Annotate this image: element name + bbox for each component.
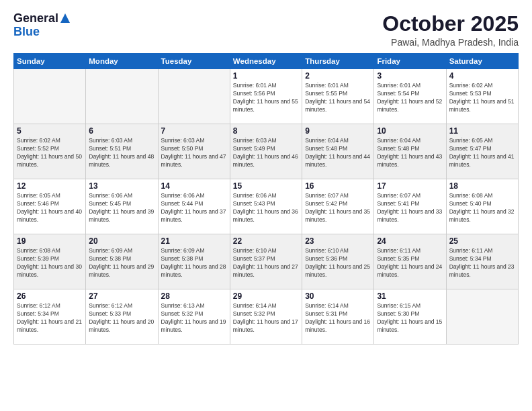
day-info: Sunrise: 6:12 AMSunset: 5:34 PMDaylight:… (17, 302, 83, 334)
day-info: Sunrise: 6:01 AMSunset: 5:55 PMDaylight:… (305, 82, 371, 114)
svg-marker-0 (60, 13, 70, 23)
day-info: Sunrise: 6:08 AMSunset: 5:39 PMDaylight:… (17, 247, 83, 279)
calendar-cell-33: 31Sunrise: 6:15 AMSunset: 5:30 PMDayligh… (374, 289, 446, 345)
calendar-cell-4: 2Sunrise: 6:01 AMSunset: 5:55 PMDaylight… (302, 69, 374, 124)
day-number: 2 (305, 71, 371, 81)
day-info: Sunrise: 6:05 AMSunset: 5:46 PMDaylight:… (17, 192, 83, 224)
day-number: 27 (89, 291, 154, 301)
calendar-cell-26: 24Sunrise: 6:11 AMSunset: 5:35 PMDayligh… (374, 234, 446, 289)
day-number: 18 (449, 181, 515, 191)
logo-general-text: General (13, 12, 58, 26)
day-number: 1 (233, 71, 299, 81)
header-wednesday: Wednesday (230, 54, 302, 69)
day-number: 9 (305, 126, 371, 136)
day-info: Sunrise: 6:12 AMSunset: 5:33 PMDaylight:… (89, 302, 154, 334)
calendar-cell-1 (86, 69, 158, 124)
day-number: 23 (305, 236, 371, 246)
calendar-cell-17: 15Sunrise: 6:06 AMSunset: 5:43 PMDayligh… (230, 179, 302, 234)
calendar-cell-22: 20Sunrise: 6:09 AMSunset: 5:38 PMDayligh… (86, 234, 158, 289)
calendar-cell-18: 16Sunrise: 6:07 AMSunset: 5:42 PMDayligh… (302, 179, 374, 234)
day-number: 19 (17, 236, 83, 246)
logo-blue-text: Blue (13, 26, 40, 39)
calendar-header-row: SundayMondayTuesdayWednesdayThursdayFrid… (14, 54, 519, 69)
calendar-cell-31: 29Sunrise: 6:14 AMSunset: 5:32 PMDayligh… (230, 289, 302, 345)
calendar-cell-24: 22Sunrise: 6:10 AMSunset: 5:37 PMDayligh… (230, 234, 302, 289)
day-number: 26 (17, 291, 83, 301)
day-number: 12 (17, 181, 83, 191)
calendar-week-2: 5Sunrise: 6:02 AMSunset: 5:52 PMDaylight… (14, 124, 519, 179)
location: Pawai, Madhya Pradesh, India (382, 37, 519, 48)
calendar-cell-13: 11Sunrise: 6:05 AMSunset: 5:47 PMDayligh… (446, 124, 518, 179)
calendar-cell-20: 18Sunrise: 6:08 AMSunset: 5:40 PMDayligh… (446, 179, 518, 234)
calendar-cell-30: 28Sunrise: 6:13 AMSunset: 5:32 PMDayligh… (158, 289, 230, 345)
day-info: Sunrise: 6:09 AMSunset: 5:38 PMDaylight:… (161, 247, 227, 279)
calendar-cell-16: 14Sunrise: 6:06 AMSunset: 5:44 PMDayligh… (158, 179, 230, 234)
day-info: Sunrise: 6:14 AMSunset: 5:32 PMDaylight:… (233, 302, 299, 334)
day-number: 25 (449, 236, 515, 246)
day-info: Sunrise: 6:04 AMSunset: 5:48 PMDaylight:… (305, 137, 371, 169)
day-info: Sunrise: 6:09 AMSunset: 5:38 PMDaylight:… (89, 247, 154, 279)
calendar-week-4: 19Sunrise: 6:08 AMSunset: 5:39 PMDayligh… (14, 234, 519, 289)
calendar-cell-0 (14, 69, 86, 124)
day-number: 14 (161, 181, 227, 191)
calendar-cell-10: 8Sunrise: 6:03 AMSunset: 5:49 PMDaylight… (230, 124, 302, 179)
page: General Blue October 2025 Pawai, Madhya … (0, 0, 532, 411)
logo-icon (59, 12, 71, 24)
calendar-cell-27: 25Sunrise: 6:11 AMSunset: 5:34 PMDayligh… (446, 234, 518, 289)
logo: General Blue (13, 12, 71, 39)
day-number: 7 (161, 126, 227, 136)
title-block: October 2025 Pawai, Madhya Pradesh, Indi… (382, 12, 519, 48)
day-info: Sunrise: 6:02 AMSunset: 5:53 PMDaylight:… (449, 82, 515, 114)
day-number: 30 (305, 291, 371, 301)
day-number: 24 (377, 236, 443, 246)
day-number: 16 (305, 181, 371, 191)
calendar-cell-6: 4Sunrise: 6:02 AMSunset: 5:53 PMDaylight… (446, 69, 518, 124)
day-number: 21 (161, 236, 227, 246)
day-number: 4 (449, 71, 515, 81)
header-sunday: Sunday (14, 54, 86, 69)
day-info: Sunrise: 6:05 AMSunset: 5:47 PMDaylight:… (449, 137, 515, 169)
day-number: 17 (377, 181, 443, 191)
day-info: Sunrise: 6:03 AMSunset: 5:51 PMDaylight:… (89, 137, 154, 169)
day-info: Sunrise: 6:06 AMSunset: 5:45 PMDaylight:… (89, 192, 154, 224)
calendar-cell-9: 7Sunrise: 6:03 AMSunset: 5:50 PMDaylight… (158, 124, 230, 179)
day-number: 28 (161, 291, 227, 301)
day-info: Sunrise: 6:13 AMSunset: 5:32 PMDaylight:… (161, 302, 227, 334)
day-info: Sunrise: 6:11 AMSunset: 5:35 PMDaylight:… (377, 247, 443, 279)
calendar-cell-7: 5Sunrise: 6:02 AMSunset: 5:52 PMDaylight… (14, 124, 86, 179)
day-info: Sunrise: 6:15 AMSunset: 5:30 PMDaylight:… (377, 302, 443, 334)
day-info: Sunrise: 6:14 AMSunset: 5:31 PMDaylight:… (305, 302, 371, 334)
header-monday: Monday (86, 54, 158, 69)
day-number: 20 (89, 236, 154, 246)
calendar-week-5: 26Sunrise: 6:12 AMSunset: 5:34 PMDayligh… (14, 289, 519, 345)
day-number: 10 (377, 126, 443, 136)
calendar-cell-3: 1Sunrise: 6:01 AMSunset: 5:56 PMDaylight… (230, 69, 302, 124)
day-number: 15 (233, 181, 299, 191)
day-number: 29 (233, 291, 299, 301)
calendar-cell-2 (158, 69, 230, 124)
calendar-cell-25: 23Sunrise: 6:10 AMSunset: 5:36 PMDayligh… (302, 234, 374, 289)
calendar-cell-34 (446, 289, 518, 345)
header-thursday: Thursday (302, 54, 374, 69)
day-info: Sunrise: 6:03 AMSunset: 5:49 PMDaylight:… (233, 137, 299, 169)
calendar-cell-23: 21Sunrise: 6:09 AMSunset: 5:38 PMDayligh… (158, 234, 230, 289)
calendar-cell-28: 26Sunrise: 6:12 AMSunset: 5:34 PMDayligh… (14, 289, 86, 345)
day-info: Sunrise: 6:06 AMSunset: 5:44 PMDaylight:… (161, 192, 227, 224)
calendar-cell-15: 13Sunrise: 6:06 AMSunset: 5:45 PMDayligh… (86, 179, 158, 234)
day-info: Sunrise: 6:03 AMSunset: 5:50 PMDaylight:… (161, 137, 227, 169)
header: General Blue October 2025 Pawai, Madhya … (13, 12, 519, 48)
day-number: 11 (449, 126, 515, 136)
day-info: Sunrise: 6:10 AMSunset: 5:36 PMDaylight:… (305, 247, 371, 279)
calendar-cell-32: 30Sunrise: 6:14 AMSunset: 5:31 PMDayligh… (302, 289, 374, 345)
header-saturday: Saturday (446, 54, 518, 69)
day-number: 31 (377, 291, 443, 301)
calendar-cell-21: 19Sunrise: 6:08 AMSunset: 5:39 PMDayligh… (14, 234, 86, 289)
day-number: 3 (377, 71, 443, 81)
day-number: 5 (17, 126, 83, 136)
day-number: 22 (233, 236, 299, 246)
calendar-week-3: 12Sunrise: 6:05 AMSunset: 5:46 PMDayligh… (14, 179, 519, 234)
day-info: Sunrise: 6:06 AMSunset: 5:43 PMDaylight:… (233, 192, 299, 224)
calendar-cell-12: 10Sunrise: 6:04 AMSunset: 5:48 PMDayligh… (374, 124, 446, 179)
calendar-cell-14: 12Sunrise: 6:05 AMSunset: 5:46 PMDayligh… (14, 179, 86, 234)
day-info: Sunrise: 6:08 AMSunset: 5:40 PMDaylight:… (449, 192, 515, 224)
